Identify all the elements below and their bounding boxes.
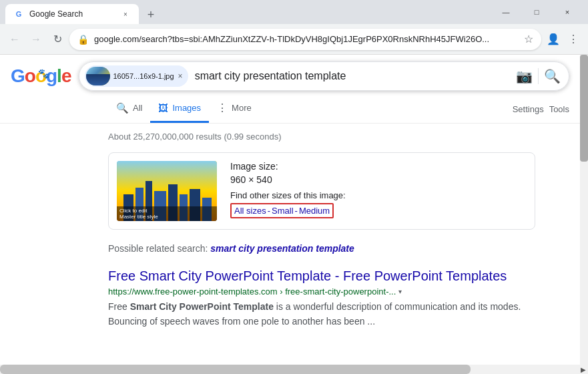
result-1-url-line: https://www.free-power-point-templates.c… xyxy=(108,287,535,297)
image-dimensions: 960 × 540 xyxy=(230,174,527,185)
tab-title: Google Search xyxy=(29,9,115,19)
search-submit-icon[interactable]: 🔍 xyxy=(544,68,561,84)
address-bar: ← → ↻ 🔒 google.com/search?tbs=sbi:AMhZZi… xyxy=(0,24,588,55)
maximize-button[interactable]: □ xyxy=(521,0,552,24)
search-bar: 16057...16x9-1.jpg × 📷 🔍 xyxy=(79,61,569,91)
logo-l: l xyxy=(57,65,61,87)
related-search: Possible related search: smart city pres… xyxy=(108,243,535,254)
size-all-link[interactable]: All sizes xyxy=(234,206,266,216)
address-text: google.com/search?tbs=sbi:AMhZZiunXtZZV-… xyxy=(94,34,519,44)
address-right-buttons: 👤 ⋮ xyxy=(544,30,583,49)
page-wrapper: G o o 🐾 g l e 16057...16x9-1.jp xyxy=(0,55,588,365)
tab-all-label: All xyxy=(133,103,142,113)
logo-e: e xyxy=(61,65,71,87)
image-overlay-text: Click to edit Master title style xyxy=(117,206,217,221)
camera-icon[interactable]: 📷 xyxy=(516,68,533,84)
image-size-label: Image size: xyxy=(230,161,527,172)
result-image-info: Image size: 960 × 540 Find other sizes o… xyxy=(230,161,527,221)
page-scroll[interactable]: G o o 🐾 g l e 16057...16x9-1.jp xyxy=(0,55,580,365)
result-1-url: https://www.free-power-point-templates.c… xyxy=(108,287,396,297)
web-result-1: Free Smart City PowerPoint Template - Fr… xyxy=(108,267,535,329)
horizontal-scrollbar[interactable]: ▶ xyxy=(0,365,588,374)
google-favicon: G xyxy=(13,9,24,19)
result-1-dropdown-icon[interactable]: ▾ xyxy=(398,288,402,295)
tab-close-button[interactable]: × xyxy=(120,9,131,19)
account-button[interactable]: 👤 xyxy=(544,30,563,49)
sizes-box: All sizes - Small - Medium xyxy=(230,203,334,218)
result-1-title[interactable]: Free Smart City PowerPoint Template - Fr… xyxy=(108,267,535,285)
scroll-right-arrow[interactable]: ▶ xyxy=(579,365,588,374)
tab-images-label: Images xyxy=(172,103,201,113)
vertical-scrollbar[interactable] xyxy=(580,55,588,365)
logo-g: G xyxy=(11,65,25,87)
sizes-links: All sizes - Small - Medium xyxy=(230,203,527,218)
browser-frame: G Google Search × + — □ × ← → ↻ 🔒 google… xyxy=(0,0,588,374)
forward-button[interactable]: → xyxy=(27,30,45,49)
back-button[interactable]: ← xyxy=(5,30,24,49)
tabs-right: Settings Tools xyxy=(513,104,569,114)
results-area: About 25,270,000,000 results (0.99 secon… xyxy=(0,124,580,347)
tab-more-label: More xyxy=(232,103,252,113)
menu-button[interactable]: ⋮ xyxy=(564,30,583,49)
google-logo: G o o 🐾 g l e xyxy=(11,65,71,87)
bookmark-icon[interactable]: ☆ xyxy=(524,33,533,45)
google-header: G o o 🐾 g l e 16057...16x9-1.jp xyxy=(0,55,580,91)
new-tab-button[interactable]: + xyxy=(141,5,160,24)
address-input-wrap[interactable]: 🔒 google.com/search?tbs=sbi:AMhZZiunXtZZ… xyxy=(69,29,541,50)
result-1-snippet: Free Smart City PowerPoint Template is a… xyxy=(108,299,535,329)
more-dots-icon: ⋮ xyxy=(217,102,228,114)
find-other-sizes: Find other sizes of this image: xyxy=(230,190,527,200)
search-image-chip[interactable]: 16057...16x9-1.jpg × xyxy=(85,65,188,87)
title-bar: G Google Search × + — □ × xyxy=(0,0,588,24)
all-icon: 🔍 xyxy=(116,102,129,114)
search-icons: 📷 🔍 xyxy=(516,68,563,84)
search-divider xyxy=(538,68,539,84)
lock-icon: 🔒 xyxy=(77,34,89,45)
window-controls: — □ × xyxy=(485,0,588,24)
tab-all[interactable]: 🔍 All xyxy=(108,95,150,123)
logo-o1: o xyxy=(25,65,35,87)
image-result-box: Click to edit Master title style Image s… xyxy=(108,152,535,230)
chip-filename: 16057...16x9-1.jpg xyxy=(113,72,174,80)
chip-city-graphic xyxy=(86,74,110,85)
result-image-thumbnail[interactable]: Click to edit Master title style xyxy=(117,161,217,221)
images-icon: 🖼 xyxy=(158,102,168,114)
tabs-left: 🔍 All 🖼 Images ⋮ More xyxy=(108,95,260,123)
logo-paw: 🐾 xyxy=(38,68,49,79)
size-sep-1: - xyxy=(268,206,270,216)
chip-close-icon[interactable]: × xyxy=(178,71,183,81)
size-sep-2: - xyxy=(295,206,298,216)
search-tabs: 🔍 All 🖼 Images ⋮ More Settings Tools xyxy=(0,95,580,124)
related-query[interactable]: smart city presentation template xyxy=(210,243,354,254)
minimize-button[interactable]: — xyxy=(491,0,521,24)
close-button[interactable]: × xyxy=(552,0,583,24)
settings-link[interactable]: Settings xyxy=(513,104,544,114)
snippet-pre: Free xyxy=(108,301,130,312)
h-scrollbar-thumb[interactable] xyxy=(0,365,471,374)
refresh-button[interactable]: ↻ xyxy=(48,30,67,49)
size-small-link[interactable]: Small xyxy=(272,206,294,216)
tools-link[interactable]: Tools xyxy=(549,104,569,114)
related-label: Possible related search: xyxy=(108,243,208,254)
tab-more[interactable]: ⋮ More xyxy=(209,95,260,123)
tab-area: G Google Search × + xyxy=(0,4,485,24)
size-medium-link[interactable]: Medium xyxy=(299,206,330,216)
chip-image-thumbnail xyxy=(86,67,110,85)
tab-favicon: G xyxy=(13,9,24,19)
active-tab[interactable]: G Google Search × xyxy=(5,4,139,24)
scrollbar-thumb[interactable] xyxy=(580,55,588,162)
results-count: About 25,270,000,000 results (0.99 secon… xyxy=(108,132,569,142)
search-input[interactable] xyxy=(192,70,516,82)
snippet-bold: Smart City PowerPoint Template xyxy=(130,301,274,312)
tab-images[interactable]: 🖼 Images xyxy=(150,95,209,123)
